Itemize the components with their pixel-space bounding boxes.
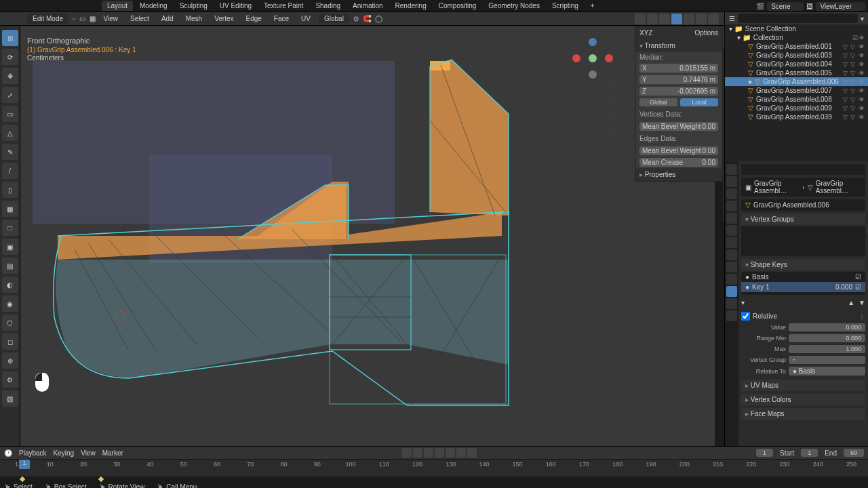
scale-tool[interactable]: ▭ [2,106,18,122]
inset-tool[interactable]: □ [2,220,18,236]
loop-cut-tool[interactable]: ▤ [2,258,18,274]
viewport-3d[interactable]: Front Orthographic (1) GravGrip Assemble… [20,26,715,446]
workspace-tab[interactable]: Texture Paint [258,1,309,11]
material-shading-icon[interactable] [696,14,707,24]
face-select-icon[interactable]: ▦ [90,15,96,22]
play-icon[interactable] [446,448,455,458]
workspace-tab[interactable]: Layout [102,1,133,11]
prop-tab-output[interactable] [726,176,737,187]
mean-bevel-weight-v[interactable]: Mean Bevel Weight0.00 [639,122,718,131]
shrink-tool[interactable]: ⚙ [2,371,18,388]
global-button[interactable]: Global [639,98,677,106]
zoom-icon[interactable] [604,80,616,92]
workspace-add[interactable]: + [585,1,600,11]
measure-tool[interactable]: / [2,163,18,179]
outliner-item[interactable]: ▽GravGrip Assembled.007▽ ▽ 👁 [725,86,868,95]
move-tool[interactable]: ✥ [2,68,18,84]
knife-tool[interactable]: ◐ [2,277,18,293]
median-y[interactable]: Y0.74476 m [639,75,718,84]
start-frame-field[interactable]: 1 [801,449,818,457]
move-down-icon[interactable]: ▼ [859,299,865,306]
solid-shading-icon[interactable] [684,14,694,24]
annotate-tool[interactable]: ✎ [2,144,18,160]
workspace-tab[interactable]: Shading [310,1,346,11]
playhead[interactable]: 1 [19,460,30,469]
smooth-tool[interactable]: ◻ [2,333,18,350]
overlay-toggle-icon[interactable] [647,14,658,24]
outliner-item-selected[interactable]: ● ▽GravGrip Assembled.006▽ ▽ 👁 [725,77,868,86]
edge-select-icon[interactable]: ▭ [79,15,85,22]
transform-tool[interactable]: △ [2,125,18,141]
outliner-search[interactable] [738,14,858,23]
jump-start-icon[interactable] [413,448,422,458]
edge-slide-tool[interactable]: ⊕ [2,352,18,369]
shape-key-options-icon[interactable]: ⋮ [859,312,865,320]
mean-crease[interactable]: Mean Crease0.00 [639,158,718,167]
move-up-icon[interactable]: ▲ [848,299,854,306]
timeline-menu[interactable]: Marker [102,449,123,457]
outliner-item[interactable]: ▽GravGrip Assembled.005▽ ▽ 👁 [725,68,868,77]
uvmaps-header[interactable]: ▸ UV Maps [741,380,865,391]
vertex-groups-list[interactable]: + [741,226,865,256]
cursor-tool[interactable]: ⟳ [2,49,18,65]
outliner-collection[interactable]: ▾ 📁Collection☑👁 [725,33,868,42]
workspace-tab[interactable]: Geometry Nodes [483,1,545,11]
menu-render[interactable]: Render [61,1,92,11]
outliner-item[interactable]: ▽GravGrip Assembled.001▽ ▽ 👁 [725,42,868,51]
mean-bevel-weight-e[interactable]: Mean Bevel Weight0.00 [639,146,718,155]
header-menu-view[interactable]: View [100,14,123,24]
rotate-tool[interactable]: ⤢ [2,87,18,103]
outliner-mode-icon[interactable]: ☰ [729,15,735,22]
vertex-group-field[interactable]: ▫ [789,356,865,364]
workspace-tab[interactable]: UV Editing [214,1,257,11]
outliner-scene-collection[interactable]: ▾ 📁Scene Collection [725,24,868,33]
keyframe-next-icon[interactable] [456,448,466,458]
workspace-tab[interactable]: Animation [347,1,388,11]
jump-end-icon[interactable] [467,448,477,458]
proportional-icon[interactable]: ◯ [375,15,382,22]
timeline-menu[interactable]: View [81,449,96,457]
viewlayer-field[interactable]: ViewLayer [816,2,865,11]
header-menu-add[interactable]: Add [157,14,178,24]
perspective-icon[interactable] [604,129,616,141]
properties-subpanel[interactable]: ▸ Properties [635,168,722,181]
header-menu-edge[interactable]: Edge [241,14,265,24]
relative-to-field[interactable]: ● Basis [789,367,865,375]
prop-tab-material[interactable] [726,298,737,309]
outliner-item[interactable]: ▽GravGrip Assembled.009▽ ▽ 👁 [725,104,868,113]
filter-icon[interactable]: ▾ [861,15,864,22]
vertex-colors-header[interactable]: ▸ Vertex Colors [741,394,865,405]
rendered-shading-icon[interactable] [708,14,719,24]
header-menu-mesh[interactable]: Mesh [182,14,206,24]
properties-search[interactable] [741,164,865,175]
xray-icon[interactable] [659,14,670,24]
mode-selector[interactable]: Edit Mode [27,14,68,24]
prop-tab-render[interactable] [726,164,737,175]
workspace-tab[interactable]: Scripting [547,1,584,11]
keyframe-track[interactable] [0,476,868,482]
median-x[interactable]: X0.015155 m [639,64,718,73]
rip-tool[interactable]: ▧ [2,390,18,407]
shape-key-key1[interactable]: ●Key 10.000 ☑ [741,282,865,292]
shape-key-basis[interactable]: ●Basis☑ [741,272,865,282]
prop-tab-particles[interactable] [726,249,737,260]
camera-icon[interactable] [604,113,616,125]
shape-keys-header[interactable]: ▾ Shape Keys [741,259,865,270]
pan-icon[interactable] [604,96,616,108]
header-menu-select[interactable]: Select [126,14,153,24]
poly-build-tool[interactable]: ◉ [2,296,18,312]
scene-field[interactable]: Scene [767,2,804,11]
timeline-ruler[interactable]: 1 11020304050607080901001101201301401501… [0,459,868,476]
outliner-item[interactable]: ▽GravGrip Assembled.003▽ ▽ 👁 [725,51,868,60]
vertex-groups-header[interactable]: ▾ Vertex Groups [741,214,865,225]
outliner-item[interactable]: ▽GravGrip Assembled.039▽ ▽ 👁 [725,113,868,121]
end-frame-field[interactable]: 60 [844,449,864,457]
workspace-tab[interactable]: Sculpting [174,1,213,11]
spin-tool[interactable]: ⬡ [2,314,18,331]
bevel-tool[interactable]: ▣ [2,239,18,255]
outliner-item[interactable]: ▽GravGrip Assembled.008▽ ▽ 👁 [725,95,868,104]
transform-header[interactable]: ▾ Transform [635,39,722,52]
options-button[interactable]: Options [695,29,718,37]
menu-edit[interactable]: Edit [40,1,60,11]
select-box-tool[interactable]: ⊞ [2,30,18,46]
